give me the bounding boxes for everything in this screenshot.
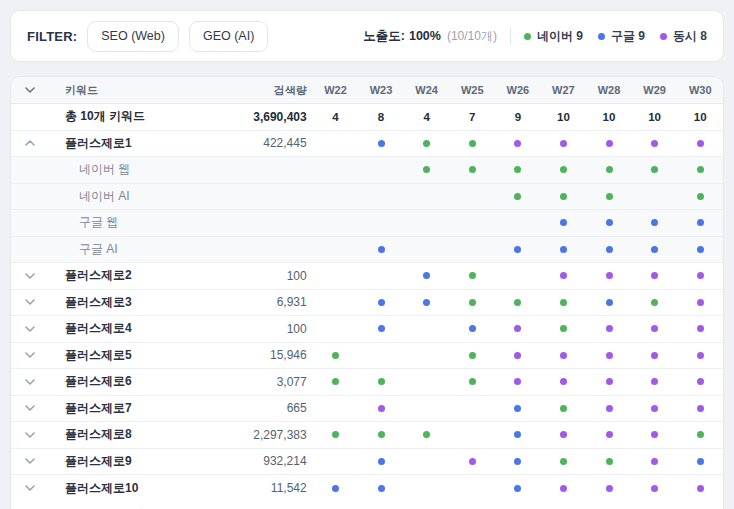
rank-dot-google bbox=[606, 299, 613, 306]
week-cell bbox=[677, 325, 723, 332]
rank-dot-google bbox=[697, 246, 704, 253]
channel-subrow[interactable]: 구글 AI bbox=[11, 237, 723, 264]
keyword-row[interactable]: 플러스제로5 15,946 bbox=[11, 343, 723, 370]
week-cell bbox=[586, 405, 632, 412]
row-expand-toggle[interactable] bbox=[11, 485, 49, 491]
week-cell bbox=[449, 352, 495, 359]
collapse-all-toggle[interactable] bbox=[11, 87, 49, 93]
chevron-down-icon bbox=[25, 352, 35, 358]
filter-button-seo-web[interactable]: SEO (Web) bbox=[87, 21, 179, 52]
week-cell bbox=[632, 219, 678, 226]
row-expand-toggle[interactable] bbox=[11, 352, 49, 358]
week-cell bbox=[404, 431, 450, 438]
week-cell bbox=[586, 272, 632, 279]
chevron-down-icon bbox=[25, 485, 35, 491]
week-cell bbox=[449, 378, 495, 385]
column-header-week: W24 bbox=[404, 84, 450, 96]
week-cell bbox=[358, 458, 404, 465]
filter-bar: FILTER: SEO (Web) GEO (AI) 노출도: 100% (10… bbox=[10, 10, 724, 62]
column-header-week: W29 bbox=[632, 84, 678, 96]
rank-dot-naver bbox=[423, 166, 430, 173]
exposure-and-legend: 노출도: 100% (10/10개) 네이버 9 구글 9 동시 8 bbox=[363, 28, 707, 45]
rank-dot-both bbox=[651, 325, 658, 332]
rank-dot-google bbox=[378, 299, 385, 306]
rank-dot-google bbox=[651, 246, 658, 253]
rank-dot-google bbox=[514, 405, 521, 412]
week-cell bbox=[586, 458, 632, 465]
rank-dot-google bbox=[560, 246, 567, 253]
keyword-row[interactable]: 플러스제로8 2,297,383 bbox=[11, 422, 723, 449]
legend-item-google: 구글 9 bbox=[598, 28, 645, 45]
week-cell bbox=[541, 352, 587, 359]
channel-name: 네이버 AI bbox=[49, 188, 203, 205]
row-expand-toggle[interactable] bbox=[11, 273, 49, 279]
row-expand-toggle[interactable] bbox=[11, 458, 49, 464]
week-cell bbox=[541, 485, 587, 492]
week-cell bbox=[632, 166, 678, 173]
naver-dot-icon bbox=[524, 33, 531, 40]
column-header-week: W27 bbox=[541, 84, 587, 96]
rank-dot-google bbox=[697, 219, 704, 226]
week-cell bbox=[632, 485, 678, 492]
filter-button-geo-ai[interactable]: GEO (AI) bbox=[189, 21, 268, 52]
rank-dot-naver bbox=[651, 299, 658, 306]
channel-subrow[interactable]: 구글 웹 bbox=[11, 210, 723, 237]
keyword-row[interactable]: 플러스제로1 422,445 bbox=[11, 131, 723, 158]
week-cell bbox=[677, 193, 723, 200]
week-cell bbox=[495, 352, 541, 359]
week-cell bbox=[677, 405, 723, 412]
keyword-volume: 15,946 bbox=[203, 348, 313, 362]
rank-dot-both bbox=[606, 140, 613, 147]
week-cell bbox=[541, 431, 587, 438]
keyword-volume: 2,297,383 bbox=[203, 428, 313, 442]
rank-dot-both bbox=[606, 352, 613, 359]
rank-dot-both bbox=[606, 272, 613, 279]
week-cell bbox=[449, 272, 495, 279]
rank-dot-naver bbox=[423, 140, 430, 147]
week-cell bbox=[358, 140, 404, 147]
row-expand-toggle[interactable] bbox=[11, 379, 49, 385]
week-cell bbox=[586, 193, 632, 200]
week-cell bbox=[358, 405, 404, 412]
keyword-row[interactable]: 플러스제로10 11,542 bbox=[11, 475, 723, 502]
week-cell bbox=[495, 246, 541, 253]
keyword-row[interactable]: 플러스제로4 100 bbox=[11, 316, 723, 343]
rank-dot-both bbox=[651, 272, 658, 279]
new-keyword-row[interactable]: + 새 키워드 입력 후 Enter - bbox=[11, 502, 723, 509]
keyword-name: 플러스제로8 bbox=[49, 426, 203, 443]
rank-dot-google bbox=[697, 458, 704, 465]
week-cell bbox=[541, 193, 587, 200]
week-cell bbox=[358, 299, 404, 306]
row-expand-toggle[interactable] bbox=[11, 326, 49, 332]
keyword-row[interactable]: 플러스제로3 6,931 bbox=[11, 290, 723, 317]
row-expand-toggle[interactable] bbox=[11, 299, 49, 305]
keyword-row[interactable]: 플러스제로9 932,214 bbox=[11, 449, 723, 476]
rank-dot-both bbox=[651, 378, 658, 385]
rank-dot-google bbox=[378, 325, 385, 332]
chevron-down-icon bbox=[25, 87, 35, 93]
exposure-value: 100% bbox=[409, 29, 441, 43]
channel-subrow[interactable]: 네이버 웹 bbox=[11, 157, 723, 184]
rank-dot-naver bbox=[514, 299, 521, 306]
total-volume: 3,690,403 bbox=[203, 110, 313, 124]
chevron-down-icon bbox=[25, 458, 35, 464]
week-cell bbox=[358, 485, 404, 492]
week-cell bbox=[541, 246, 587, 253]
channel-subrow[interactable]: 네이버 AI bbox=[11, 184, 723, 211]
rank-dot-naver bbox=[560, 166, 567, 173]
column-header-volume: 검색량 bbox=[203, 83, 313, 98]
keyword-row[interactable]: 플러스제로6 3,077 bbox=[11, 369, 723, 396]
channel-name: 구글 AI bbox=[49, 241, 203, 258]
week-cell bbox=[495, 325, 541, 332]
row-expand-toggle[interactable] bbox=[11, 140, 49, 146]
week-cell bbox=[404, 272, 450, 279]
keyword-name: 플러스제로3 bbox=[49, 294, 203, 311]
week-cell bbox=[495, 405, 541, 412]
row-expand-toggle[interactable] bbox=[11, 405, 49, 411]
channel-name: 구글 웹 bbox=[49, 214, 203, 231]
keyword-row[interactable]: 플러스제로2 100 bbox=[11, 263, 723, 290]
keyword-row[interactable]: 플러스제로7 665 bbox=[11, 396, 723, 423]
week-cell bbox=[677, 378, 723, 385]
row-expand-toggle[interactable] bbox=[11, 432, 49, 438]
rank-dot-naver bbox=[469, 140, 476, 147]
